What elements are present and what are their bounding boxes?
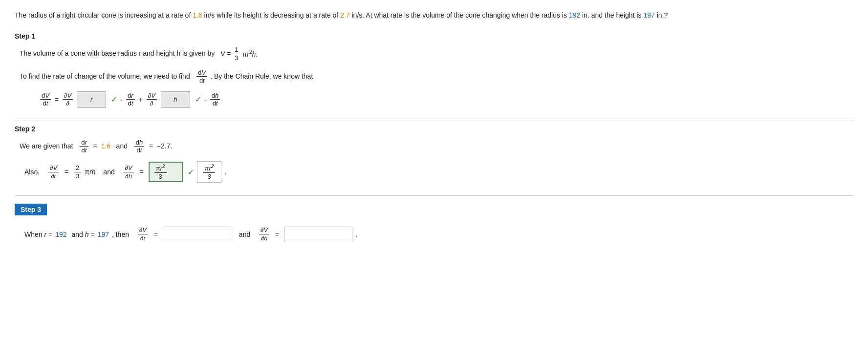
problem-text-mid1: in/s while its height is decreasing at a…: [202, 11, 340, 19]
step1-text1: The volume of a cone with base radius r …: [20, 49, 215, 57]
step3-r-val: 192: [55, 231, 66, 238]
checkmark3: ✓: [188, 168, 194, 177]
input-r[interactable]: r: [77, 91, 106, 108]
checkmark1: ✓: [111, 95, 117, 104]
step2-drdt: dr dt: [80, 139, 88, 154]
step2-correct-answer: πr2 3: [197, 161, 222, 183]
also-label: Also,: [24, 168, 40, 176]
step3-input-pvph[interactable]: [284, 227, 352, 242]
step3-and: and h =: [70, 231, 95, 238]
step1-content: The volume of a cone with base radius r …: [20, 46, 853, 107]
eq-equals1: =: [55, 96, 59, 104]
step3-block: Step 3 When r = 192 and h = 197 , then ∂…: [15, 200, 853, 254]
problem-text-end: in.?: [655, 11, 668, 19]
step2-dhdt: dh dt: [134, 139, 144, 154]
step2-and: and: [116, 142, 128, 150]
one-third-frac: 1 3: [233, 46, 239, 62]
step1-text2a: To find the rate of change of the volume…: [20, 72, 190, 80]
dv-dt-frac: dV dt: [196, 69, 207, 84]
chain-rule-equation: dV dt = ∂V ∂ r ✓ · dr dt + ∂V ∂: [39, 91, 853, 108]
step1-line1: The volume of a cone with base radius r …: [20, 46, 853, 62]
problem-text-before1: The radius of a right circular cone is i…: [15, 11, 193, 19]
volume-formula: V = 1 3 πr2h.: [220, 46, 258, 62]
step2-pvpr: ∂V ∂r: [48, 164, 59, 180]
step2-dh-val: −2.7: [157, 142, 171, 150]
eq-dvdt: dV dt: [40, 92, 51, 107]
eq-dhdt: dh dt: [210, 92, 220, 107]
problem-statement: The radius of a right circular cone is i…: [15, 10, 853, 21]
step1-header: Step 1: [15, 32, 853, 40]
step2-also-row: Also, ∂V ∂r = 2 3 πrh and ∂V ∂h =: [24, 161, 853, 183]
input-h[interactable]: h: [161, 91, 190, 108]
step3-then: , then: [112, 231, 129, 238]
step3-h-val: 197: [98, 231, 109, 238]
radius-value: 192: [569, 11, 580, 19]
step3-text-when: When r =: [24, 231, 52, 238]
plus1: +: [139, 96, 143, 104]
problem-text-mid2: in/s. At what rate is the volume of the …: [350, 11, 569, 19]
eq-partial-v-partial: ∂V ∂: [63, 92, 73, 107]
step2-and2: and: [103, 168, 114, 176]
step3-pvph: ∂V ∂h: [259, 226, 269, 242]
step3-period: .: [355, 231, 357, 238]
step2-period: .: [224, 168, 226, 176]
step1-text2b: . By the Chain Rule, we know that: [210, 72, 313, 80]
step2-answer-frac: πr2 3: [203, 164, 216, 181]
dot1: ·: [120, 96, 122, 104]
step3-and2: and: [239, 231, 250, 238]
step2-input-filled[interactable]: πr2 3: [149, 162, 183, 183]
eq-partial-v-partial2: ∂V ∂: [147, 92, 157, 107]
step2-content: We are given that dr dt = 1.6 and dh dt …: [20, 139, 853, 183]
dot2: ·: [204, 96, 206, 104]
step2-fraction-filled: πr2 3: [154, 164, 167, 181]
checkmark2: ✓: [195, 95, 201, 104]
step3-pvpr: ∂V ∂r: [138, 226, 148, 242]
step2-text1: We are given that: [20, 142, 73, 150]
step3-input-pvpr[interactable]: [163, 227, 231, 242]
rate2-value: 2.7: [340, 11, 349, 19]
step3-equation-row: When r = 192 and h = 197 , then ∂V ∂r = …: [24, 226, 853, 242]
step3-content: When r = 192 and h = 197 , then ∂V ∂r = …: [20, 226, 853, 242]
step2-line1: We are given that dr dt = 1.6 and dh dt …: [20, 139, 853, 154]
step1-block: Step 1 The volume of a cone with base ra…: [15, 32, 853, 121]
step2-pvph: ∂V ∂h: [124, 164, 134, 180]
rate1-value: 1.6: [193, 11, 202, 19]
step2-dr-val: 1.6: [101, 142, 110, 150]
height-value: 197: [643, 11, 654, 19]
step2-val-r: 2 3: [74, 164, 81, 180]
problem-text-mid3: in. and the height is: [580, 11, 643, 19]
step2-header: Step 2: [15, 125, 853, 133]
eq-drdt: dr dt: [126, 92, 135, 107]
step2-block: Step 2 We are given that dr dt = 1.6 and…: [15, 125, 853, 196]
step3-header: Step 3: [15, 204, 47, 215]
step1-line2: To find the rate of change of the volume…: [20, 69, 853, 84]
